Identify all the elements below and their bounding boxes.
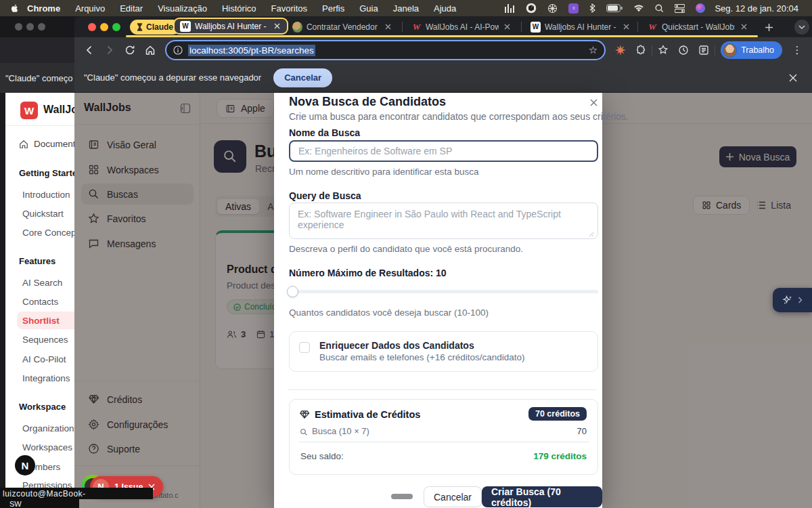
tab-close-icon[interactable] — [622, 22, 631, 32]
menubar-clock[interactable]: Seg. 12 de jan. 20:04 — [710, 3, 803, 14]
control-center-icon[interactable] — [669, 4, 690, 13]
new-tab-button[interactable] — [762, 20, 775, 34]
menu-guia[interactable]: Guia — [352, 3, 385, 14]
menu-editar[interactable]: Editar — [112, 3, 150, 14]
menu-arquivo[interactable]: Arquivo — [68, 3, 112, 14]
favorites-star-badge-icon[interactable] — [654, 41, 673, 60]
desktop: Chrome Arquivo Editar Visualização Histó… — [0, 0, 812, 508]
apple-icon[interactable] — [9, 3, 20, 14]
docs-item-quickstart[interactable]: Quickstart — [22, 209, 64, 219]
slider-thumb[interactable] — [287, 286, 298, 297]
walljobs-red-favicon: W — [411, 22, 422, 33]
extensions-puzzle-icon[interactable] — [631, 41, 650, 60]
enrich-subtitle: Buscar emails e telefones (+16 créditos/… — [319, 352, 525, 362]
site-info-icon[interactable] — [173, 45, 183, 55]
ai-copilot-flyout-button[interactable] — [773, 288, 812, 312]
package-menubar-icon[interactable] — [520, 3, 542, 14]
modal-close-icon[interactable] — [588, 97, 599, 108]
close-window-button[interactable] — [88, 23, 96, 31]
docs-item-introduction[interactable]: Introduction — [22, 190, 70, 200]
profile-chip[interactable]: Trabalho — [721, 41, 782, 59]
back-button[interactable] — [80, 41, 99, 60]
search-query-textarea[interactable] — [289, 203, 598, 239]
docs-item-sequences[interactable]: Sequences — [22, 335, 68, 345]
address-bar[interactable]: localhost:3005/pt-BR/searches ☆ — [165, 40, 606, 60]
docs-section-workspace: Workspace — [19, 402, 66, 412]
spotlight-search-icon[interactable] — [650, 4, 669, 13]
search-name-input[interactable] — [289, 140, 598, 162]
docs-item-organizations[interactable]: Organizations — [22, 423, 74, 433]
tab-contratar-vendedor[interactable]: Contratar Vendedor de — [287, 18, 398, 36]
background-window-infobar: "Claude" começo — [0, 63, 74, 93]
tab-close-icon[interactable] — [503, 22, 512, 32]
tab-avatar-favicon — [292, 22, 302, 33]
docs-item-shortlist-active[interactable]: Shortlist — [22, 316, 60, 326]
profile-name: Trabalho — [741, 45, 774, 55]
zoom-window-button[interactable] — [112, 23, 120, 31]
tab-group-claude[interactable]: Claude — [130, 20, 180, 35]
minimize-window-button[interactable] — [100, 23, 108, 31]
tab-close-icon[interactable] — [739, 22, 748, 32]
docs-item-workspaces[interactable]: Workspaces — [22, 442, 72, 452]
background-window-toolbar — [0, 37, 74, 63]
enrich-checkbox[interactable] — [299, 342, 310, 353]
docs-item-contacts[interactable]: Contacts — [22, 297, 58, 307]
name-label: Nome da Busca — [289, 127, 360, 138]
menu-app-name[interactable]: Chrome — [20, 3, 68, 14]
tab-title: WallJobs AI - AI-Powe — [426, 22, 499, 32]
estimate-title: Estimativa de Créditos — [315, 409, 420, 420]
menu-historico[interactable]: Histórico — [215, 3, 264, 14]
tab-walljobs-ai[interactable]: W WallJobs AI - AI-Powe — [406, 18, 517, 36]
tab-close-icon[interactable] — [272, 22, 281, 31]
modal-submit-button[interactable]: Criar Busca (70 créditos) — [482, 486, 602, 507]
forward-button[interactable] — [100, 41, 119, 60]
reload-button[interactable] — [120, 41, 139, 60]
resize-handle-icon[interactable] — [589, 232, 594, 237]
menu-favoritos[interactable]: Favoritos — [264, 3, 315, 14]
tab-walljobs-hunter-2[interactable]: W Walljobs AI Hunter - Fi — [525, 18, 636, 36]
history-icon[interactable] — [674, 41, 693, 60]
infobar-close-icon[interactable] — [784, 68, 803, 87]
enrich-card[interactable]: Enriquecer Dados dos Candidatos Buscar e… — [289, 331, 598, 372]
tab-close-icon[interactable] — [384, 22, 392, 32]
claude-extension-icon[interactable] — [611, 41, 630, 60]
chrome-tabstrip: Claude W Walljobs AI Hunter - Fin Contra… — [74, 16, 812, 37]
home-button[interactable] — [141, 41, 160, 60]
tab-walljobs-hunter-active[interactable]: W Walljobs AI Hunter - Fin — [173, 18, 288, 35]
wifi-icon[interactable] — [628, 4, 650, 12]
bg-infobar-message: "Claude" começo — [5, 73, 73, 83]
siri-icon[interactable] — [690, 3, 710, 13]
bluetooth-icon[interactable] — [584, 3, 601, 13]
infobar-cancel-button[interactable]: Cancelar — [273, 68, 332, 87]
docs-section-features: Features — [19, 256, 55, 266]
url-text-selected[interactable]: localhost:3005/pt-BR/searches — [188, 45, 315, 56]
bg-minimize-button[interactable] — [26, 23, 34, 30]
horizontal-scrollbar-thumb[interactable] — [391, 494, 413, 499]
docs-home-item[interactable]: Documenta — [19, 139, 74, 149]
menu-perfis[interactable]: Perfis — [315, 3, 352, 14]
search-small-icon — [300, 428, 308, 436]
purple-app-icon[interactable]: ≡ — [563, 3, 584, 14]
battery-icon[interactable] — [601, 4, 628, 12]
bg-zoom-button[interactable] — [38, 23, 45, 30]
docs-item-ai-copilot[interactable]: AI Co-Pilot — [22, 354, 66, 364]
max-results-slider-track[interactable] — [288, 290, 598, 293]
infobar-message: "Claude" começou a depurar esse navegado… — [84, 72, 261, 83]
kebab-menu-icon[interactable]: ⋮ — [788, 41, 807, 60]
menu-ajuda[interactable]: Ajuda — [426, 3, 464, 14]
modal-cancel-button[interactable]: Cancelar — [424, 486, 482, 507]
openai-icon[interactable] — [542, 3, 563, 14]
stats-icon[interactable] — [499, 4, 520, 13]
query-help: Descreva o perfil do candidato que você … — [289, 244, 523, 254]
menu-janela[interactable]: Janela — [386, 3, 426, 14]
docs-item-integrations[interactable]: Integrations — [22, 373, 70, 383]
bookmark-star-icon[interactable]: ☆ — [589, 44, 597, 56]
docs-item-ai-search[interactable]: AI Search — [22, 278, 62, 288]
docs-home-label: Documenta — [34, 139, 74, 149]
menu-visualizacao[interactable]: Visualização — [150, 3, 215, 14]
docs-item-core-concepts[interactable]: Core Concept — [22, 228, 74, 238]
tab-quickstart-docs[interactable]: W Quickstart - WallJobs A — [641, 18, 755, 36]
bg-close-button[interactable] — [15, 23, 22, 30]
reading-list-icon[interactable] — [694, 41, 713, 60]
tab-search-chevron-button[interactable] — [794, 20, 809, 35]
